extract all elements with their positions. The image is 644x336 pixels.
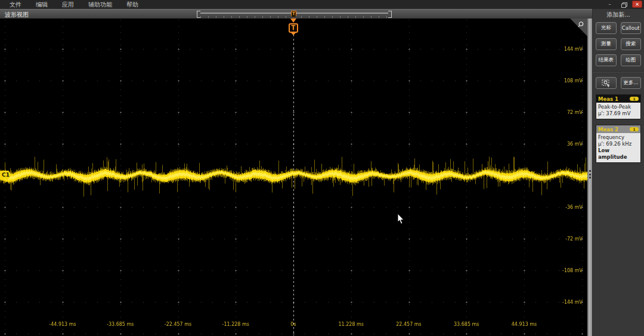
y-axis-label: 72 mV: [567, 110, 583, 115]
meas1-name: Peak-to-Peak: [598, 104, 639, 110]
meas2-body: Frequency µ': 69.26 kHz Low amplitude: [596, 133, 640, 162]
meas1-body: Peak-to-Peak µ': 37.69 mV: [596, 103, 640, 119]
menu-file[interactable]: 文件: [10, 0, 21, 9]
x-axis-label: 0s: [290, 322, 296, 327]
side-panel: 添加新... 光标 Callout 测量 搜索 结果表 绘图 更多...: [592, 9, 644, 336]
minimize-button[interactable]: –: [605, 1, 615, 8]
menu-help[interactable]: 帮助: [126, 0, 138, 9]
meas2-title: Meas 2: [598, 127, 618, 132]
side-button-grid-2: 更多...: [596, 77, 641, 89]
zoom-select-button[interactable]: [596, 77, 617, 89]
y-axis-label: -108 mV: [562, 268, 583, 273]
waveform-pan-bar[interactable]: T: [197, 11, 392, 18]
x-axis-label: -22.457 ms: [165, 322, 191, 327]
x-axis-label: 44.913 ms: [512, 322, 537, 327]
callout-button[interactable]: Callout: [621, 22, 642, 34]
results-table-button[interactable]: 结果表: [596, 54, 617, 66]
scrollbar-grip-icon[interactable]: [589, 169, 591, 180]
cursor-button[interactable]: 光标: [596, 22, 617, 34]
meas2-name: Frequency: [598, 134, 639, 141]
vertical-scrollbar[interactable]: [587, 19, 592, 336]
trigger-point-icon: [291, 33, 296, 35]
y-axis-label: -72 mV: [565, 236, 583, 242]
tab-strip: 波形视图 T: [0, 9, 592, 19]
meas2-header[interactable]: Meas 2 1: [596, 125, 640, 133]
meas2-card[interactable]: Meas 2 1 Frequency µ': 69.26 kHz Low amp…: [596, 125, 641, 163]
trigger-arrow-icon: [290, 19, 296, 23]
x-axis-label: 11.228 ms: [339, 322, 364, 327]
restore-icon: [621, 2, 626, 7]
meas2-warning: Low amplitude: [598, 147, 639, 161]
window-controls: – ✕: [605, 1, 642, 8]
panel-divider: [593, 71, 644, 72]
menu-application[interactable]: 应用: [62, 0, 74, 9]
trigger-position-flag[interactable]: T: [289, 19, 298, 35]
menu-edit[interactable]: 编辑: [36, 0, 48, 9]
meas2-value: µ': 69.26 kHz: [598, 141, 639, 147]
more-button[interactable]: 更多...: [621, 77, 642, 89]
pan-bar-right-bracket[interactable]: [388, 11, 392, 18]
mouse-cursor: [397, 213, 405, 225]
menu-utilities[interactable]: 辅助功能: [88, 0, 112, 9]
meas1-title: Meas 1: [598, 96, 618, 102]
x-axis-label: 22.457 ms: [396, 322, 422, 327]
x-axis-label: -11.228 ms: [222, 322, 249, 327]
x-axis-label: -44.913 ms: [49, 322, 76, 327]
x-axis-label: -33.685 ms: [107, 322, 134, 327]
side-button-grid: 光标 Callout 测量 搜索 结果表 绘图: [596, 22, 641, 66]
tab-waveform-view[interactable]: 波形视图: [5, 10, 29, 19]
waveform-canvas[interactable]: [0, 19, 587, 336]
meas1-value: µ': 37.69 mV: [598, 110, 639, 117]
close-button[interactable]: ✕: [632, 1, 642, 8]
meas1-source-badge[interactable]: 1: [630, 97, 639, 101]
y-axis-label: 144 mV: [564, 47, 583, 52]
x-axis-label: 33.685 ms: [454, 322, 479, 327]
y-axis-label: -144 mV: [562, 300, 583, 305]
menu-bar: 文件 编辑 应用 辅助功能 帮助 – ✕: [0, 0, 644, 9]
add-new-label: 添加新...: [596, 11, 641, 19]
y-axis-label: 36 mV: [567, 141, 583, 147]
zoom-select-icon: [602, 79, 611, 87]
meas1-header[interactable]: Meas 1 1: [596, 95, 640, 103]
meas1-card[interactable]: Meas 1 1 Peak-to-Peak µ': 37.69 mV: [596, 94, 641, 119]
trigger-t-icon: T: [289, 23, 298, 33]
restore-button[interactable]: [618, 1, 628, 8]
oscilloscope-window: 文件 编辑 应用 辅助功能 帮助 – ✕ 波形视图 T 144 mV108 mV…: [0, 0, 644, 336]
measure-button[interactable]: 测量: [596, 38, 617, 50]
meas2-source-badge[interactable]: 1: [630, 127, 639, 131]
y-axis-label: 108 mV: [564, 78, 583, 84]
search-button[interactable]: 搜索: [621, 38, 642, 50]
y-axis-label: -36 mV: [565, 205, 583, 210]
waveform-plot-area[interactable]: 144 mV108 mV72 mV36 mV-36 mV-72 mV-108 m…: [0, 19, 587, 336]
plot-button[interactable]: 绘图: [621, 54, 642, 66]
